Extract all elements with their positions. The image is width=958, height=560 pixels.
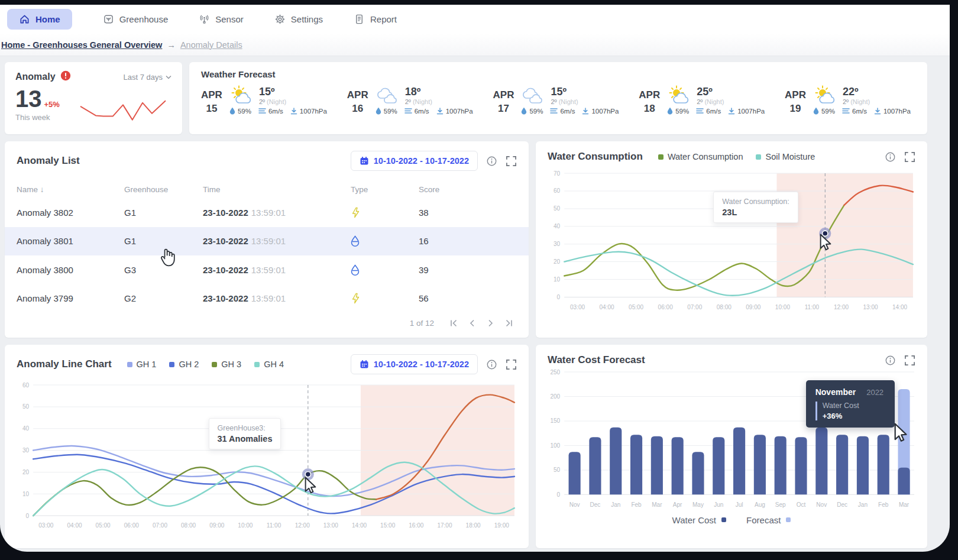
anomaly-type-icon bbox=[351, 235, 419, 247]
humidity-stat: 59% bbox=[813, 107, 835, 115]
pagination-controls bbox=[449, 319, 513, 328]
anomaly-line-tooltip: GreenHouse3: 31 Anomalies bbox=[209, 418, 281, 449]
legend-water-consumption[interactable]: Water Consumption bbox=[658, 152, 743, 161]
legend-gh3[interactable]: GH 3 bbox=[212, 360, 241, 369]
date-range-button[interactable]: 10-10-2022 - 10-17-2022 bbox=[351, 151, 478, 171]
table-row[interactable]: Anomaly 3799 G2 23-10-202213:59:01 56 bbox=[17, 284, 517, 313]
anomaly-type-icon bbox=[351, 207, 419, 218]
svg-text:Jun: Jun bbox=[714, 501, 723, 508]
svg-text:Nov: Nov bbox=[816, 501, 827, 508]
svg-text:Feb: Feb bbox=[631, 501, 642, 508]
column-score[interactable]: Score bbox=[419, 185, 517, 194]
svg-text:11:00: 11:00 bbox=[267, 522, 281, 529]
breadcrumb-overview-link[interactable]: Home - Greenhouses General Overview bbox=[1, 40, 162, 50]
calendar-icon bbox=[360, 360, 369, 369]
water-consumption-chart-area[interactable]: 01020304050607003:0004:0005:0006:0007:00… bbox=[536, 165, 927, 314]
svg-text:Jan: Jan bbox=[611, 501, 620, 508]
svg-text:07:00: 07:00 bbox=[153, 522, 168, 529]
svg-text:05:00: 05:00 bbox=[629, 304, 644, 310]
nav-item-report[interactable]: Report bbox=[354, 14, 397, 25]
pressure-icon bbox=[436, 108, 444, 115]
svg-text:250: 250 bbox=[550, 369, 560, 376]
table-header: Name ↓ Greenhouse Time Type Score bbox=[17, 180, 517, 198]
anomaly-summary-title: Anomaly bbox=[15, 72, 56, 82]
svg-text:30: 30 bbox=[554, 241, 561, 247]
date-range-button[interactable]: 10-10-2022 - 10-17-2022 bbox=[351, 354, 478, 374]
humidity-stat: 59% bbox=[667, 107, 689, 115]
svg-text:40: 40 bbox=[554, 223, 561, 229]
nav-label-settings: Settings bbox=[291, 14, 323, 24]
expand-icon[interactable] bbox=[506, 156, 517, 167]
table-row[interactable]: Anomaly 3801 G1 23-10-202213:59:01 16 bbox=[5, 227, 529, 256]
svg-text:150: 150 bbox=[550, 417, 560, 424]
svg-text:Jul: Jul bbox=[736, 501, 743, 508]
wind-stat: 6m/s bbox=[696, 108, 721, 115]
svg-text:Nov: Nov bbox=[569, 501, 580, 508]
nav-item-sensor[interactable]: Sensor bbox=[199, 14, 244, 25]
prev-page-button[interactable] bbox=[468, 319, 477, 328]
legend-soil-moisture[interactable]: Soil Moisture bbox=[756, 152, 815, 161]
table-row[interactable]: Anomaly 3800 G3 23-10-202213:59:01 39 bbox=[17, 255, 517, 284]
info-icon[interactable] bbox=[885, 355, 896, 366]
water-consumption-title: Water Consumption bbox=[548, 151, 643, 163]
nav-label-report: Report bbox=[370, 14, 397, 24]
svg-text:May: May bbox=[692, 501, 704, 508]
wind-stat: 6m/s bbox=[404, 108, 429, 115]
weather-date: APR16 bbox=[347, 85, 368, 116]
expand-icon[interactable] bbox=[904, 151, 915, 163]
weather-date: APR15 bbox=[201, 85, 222, 116]
sun-cloud-icon bbox=[229, 85, 254, 105]
nav-item-greenhouse[interactable]: Greenhouse bbox=[103, 14, 169, 25]
weather-date: APR17 bbox=[493, 85, 514, 116]
column-name[interactable]: Name ↓ bbox=[17, 185, 124, 194]
pressure-stat: 1007hPa bbox=[728, 108, 765, 115]
table-row[interactable]: Anomaly 3802 G1 23-10-202213:59:01 38 bbox=[17, 198, 517, 227]
water-cost-chart-area[interactable]: 050100150200250NovDecJanFebMarAprMayJunJ… bbox=[536, 367, 927, 513]
weather-day: APR15 15º 2º (Night) 59% bbox=[201, 85, 327, 116]
anomaly-delta: +5% bbox=[44, 100, 60, 109]
svg-text:16:00: 16:00 bbox=[409, 522, 424, 529]
first-page-button[interactable] bbox=[449, 319, 458, 328]
svg-text:50: 50 bbox=[554, 467, 561, 473]
svg-text:60: 60 bbox=[22, 382, 30, 389]
weather-date: APR19 bbox=[785, 85, 806, 116]
svg-text:20: 20 bbox=[554, 258, 561, 265]
anomaly-line-chart-area[interactable]: 010203040506003:0004:0005:0006:0007:0008… bbox=[5, 377, 529, 532]
anomaly-line-chart[interactable]: 010203040506003:0004:0005:0006:0007:0008… bbox=[13, 378, 520, 532]
water-consumption-chart[interactable]: 01020304050607003:0004:0005:0006:0007:00… bbox=[544, 166, 919, 314]
nav-label-sensor: Sensor bbox=[215, 14, 244, 24]
svg-text:07:00: 07:00 bbox=[687, 304, 703, 310]
wind-stat: 6m/s bbox=[842, 108, 867, 115]
column-type[interactable]: Type bbox=[351, 185, 419, 194]
nav-item-settings[interactable]: Settings bbox=[274, 14, 323, 25]
column-time[interactable]: Time bbox=[203, 185, 351, 194]
info-icon[interactable] bbox=[486, 156, 497, 167]
wind-icon bbox=[550, 108, 558, 114]
svg-text:10:00: 10:00 bbox=[775, 304, 791, 310]
date-range-label: 10-10-2022 - 10-17-2022 bbox=[374, 360, 469, 369]
legend-water-cost[interactable]: Water Cost bbox=[672, 515, 726, 525]
svg-text:10:00: 10:00 bbox=[238, 522, 253, 529]
info-icon[interactable] bbox=[885, 151, 896, 163]
nav-item-home[interactable]: Home bbox=[7, 9, 72, 30]
next-page-button[interactable] bbox=[486, 319, 495, 328]
legend-gh4[interactable]: GH 4 bbox=[254, 360, 284, 369]
anomaly-table: Name ↓ Greenhouse Time Type Score Anomal… bbox=[5, 180, 529, 313]
nav-label-home: Home bbox=[35, 14, 60, 24]
pressure-stat: 1007hPa bbox=[436, 108, 473, 115]
legend-gh2[interactable]: GH 2 bbox=[169, 360, 199, 369]
anomaly-list-title: Anomaly List bbox=[17, 155, 80, 167]
period-selector[interactable]: Last 7 days bbox=[124, 73, 172, 82]
svg-text:Apr: Apr bbox=[673, 501, 682, 508]
expand-icon[interactable] bbox=[904, 355, 915, 366]
column-greenhouse[interactable]: Greenhouse bbox=[124, 185, 203, 194]
expand-icon[interactable] bbox=[506, 359, 517, 370]
weather-day: APR16 18º 2º (Night) 59% bbox=[347, 85, 473, 116]
legend-gh1[interactable]: GH 1 bbox=[127, 360, 157, 369]
wind-icon bbox=[404, 108, 412, 114]
info-icon[interactable] bbox=[486, 359, 497, 370]
breadcrumb-current[interactable]: Anomaly Details bbox=[180, 40, 242, 50]
svg-text:11:00: 11:00 bbox=[805, 304, 820, 310]
last-page-button[interactable] bbox=[504, 319, 513, 328]
legend-forecast[interactable]: Forecast bbox=[746, 515, 791, 525]
